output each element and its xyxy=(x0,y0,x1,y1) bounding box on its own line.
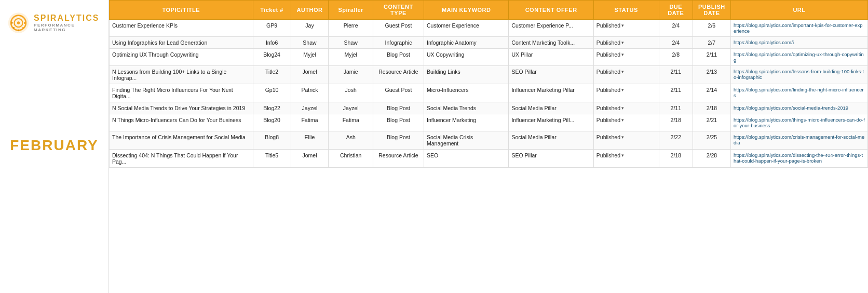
status-dropdown-arrow[interactable]: ▾ xyxy=(621,87,624,92)
cell-spiraller: Jamie xyxy=(329,66,373,84)
cell-status[interactable]: Published▾ xyxy=(593,49,659,66)
cell-publish: 2/11 xyxy=(693,49,730,66)
cell-spiraller: Fatima xyxy=(329,114,373,131)
cell-topic: Customer Experience KPIs xyxy=(110,20,253,37)
cell-topic: Using Infographics for Lead Generation xyxy=(110,37,253,49)
spiralytics-logo-icon xyxy=(7,10,30,35)
header-publish: PUBLISH DATE xyxy=(693,1,730,20)
cell-ctype: Guest Post xyxy=(373,84,424,102)
cell-ticket: Title2 xyxy=(253,66,291,84)
cell-keyword: Social Media Trends xyxy=(424,102,508,114)
cell-author: Jayzel xyxy=(291,102,329,114)
cell-topic: N Lessons from Building 100+ Links to a … xyxy=(110,66,253,84)
cell-topic: N Social Media Trends to Drive Your Stra… xyxy=(110,102,253,114)
header-ticket: Ticket # xyxy=(253,1,291,20)
cell-topic: Dissecting 404: N Things That Could Happ… xyxy=(110,150,253,168)
cell-spiraller: Ash xyxy=(329,131,373,150)
cell-keyword: Influencer Marketing xyxy=(424,114,508,131)
status-dropdown-arrow[interactable]: ▾ xyxy=(621,52,624,57)
table-row: Customer Experience KPIsGP9JayPierreGues… xyxy=(110,20,868,37)
cell-coffer: Content Marketing Toolk... xyxy=(509,37,593,49)
status-dropdown-arrow[interactable]: ▾ xyxy=(621,117,624,123)
cell-publish: 2/25 xyxy=(693,131,730,150)
cell-keyword: Micro-Influencers xyxy=(424,84,508,102)
status-text: Published xyxy=(596,105,620,111)
cell-url: https://blog.spiralytics.com/things-micr… xyxy=(730,114,867,131)
cell-author: Jomel xyxy=(291,150,329,168)
svg-point-4 xyxy=(24,22,26,24)
cell-publish: 2/14 xyxy=(693,84,730,102)
cell-status[interactable]: Published▾ xyxy=(593,84,659,102)
cell-status[interactable]: Published▾ xyxy=(593,37,659,49)
status-dropdown-arrow[interactable]: ▾ xyxy=(621,40,624,45)
cell-spiraller: Shaw xyxy=(329,37,373,49)
cell-author: Patrick xyxy=(291,84,329,102)
cell-coffer: Influencer Marketing Pill... xyxy=(509,114,593,131)
cell-publish: 2/6 xyxy=(693,20,730,37)
cell-publish: 2/21 xyxy=(693,114,730,131)
logo-text: SPIRALYTICS PERFORMANCE MARKETING xyxy=(34,14,101,32)
cell-publish: 2/7 xyxy=(693,37,730,49)
table-row: N Things Micro-Influencers Can Do for Yo… xyxy=(110,114,868,131)
cell-spiraller: Christian xyxy=(329,150,373,168)
cell-coffer: Customer Experience P... xyxy=(509,20,593,37)
cell-coffer: SEO Pillar xyxy=(509,150,593,168)
cell-ctype: Blog Post xyxy=(373,102,424,114)
cell-due: 2/11 xyxy=(659,84,693,102)
cell-publish: 2/18 xyxy=(693,102,730,114)
table-row: Using Infographics for Lead GenerationIn… xyxy=(110,37,868,49)
cell-coffer: Social Media Pillar xyxy=(509,102,593,114)
cell-keyword: Infographic Anatomy xyxy=(424,37,508,49)
status-text: Published xyxy=(596,87,620,93)
cell-author: Shaw xyxy=(291,37,329,49)
table-row: Optimizing UX Through CopywritingBlog24M… xyxy=(110,49,868,66)
cell-ctype: Blog Post xyxy=(373,49,424,66)
cell-url: https://blog.spiralytics.com/important-k… xyxy=(730,20,867,37)
cell-due: 2/18 xyxy=(659,150,693,168)
status-text: Published xyxy=(596,152,620,158)
cell-keyword: Social Media Crisis Management xyxy=(424,131,508,150)
table-row: The Importance of Crisis Management for … xyxy=(110,131,868,150)
header-topic: TOPIC/TITLE xyxy=(110,1,253,20)
logo-sub-text: PERFORMANCE MARKETING xyxy=(34,23,101,32)
table-row: N Lessons from Building 100+ Links to a … xyxy=(110,66,868,84)
sidebar: SPIRALYTICS PERFORMANCE MARKETING FEBRUA… xyxy=(0,0,109,293)
cell-status[interactable]: Published▾ xyxy=(593,20,659,37)
status-dropdown-arrow[interactable]: ▾ xyxy=(621,69,624,74)
cell-due: 2/11 xyxy=(659,102,693,114)
status-text: Published xyxy=(596,22,620,29)
cell-publish: 2/13 xyxy=(693,66,730,84)
header-ctype: CONTENT TYPE xyxy=(373,1,424,20)
content-table-area: TOPIC/TITLE Ticket # AUTHOR Spiraller CO… xyxy=(109,0,868,293)
status-dropdown-arrow[interactable]: ▾ xyxy=(621,135,624,140)
cell-spiraller: Pierre xyxy=(329,20,373,37)
cell-status[interactable]: Published▾ xyxy=(593,114,659,131)
status-text: Published xyxy=(596,134,620,140)
cell-url: https://blog.spiralytics.com/optimizing-… xyxy=(730,49,867,66)
header-url: URL xyxy=(730,1,867,20)
table-row: N Social Media Trends to Drive Your Stra… xyxy=(110,102,868,114)
cell-due: 2/4 xyxy=(659,37,693,49)
cell-keyword: Customer Experience xyxy=(424,20,508,37)
table-row: Finding The Right Micro Influencers For … xyxy=(110,84,868,102)
cell-topic: Optimizing UX Through Copywriting xyxy=(110,49,253,66)
cell-status[interactable]: Published▾ xyxy=(593,131,659,150)
status-dropdown-arrow[interactable]: ▾ xyxy=(621,105,624,111)
svg-point-5 xyxy=(22,27,24,29)
status-dropdown-arrow[interactable]: ▾ xyxy=(621,153,624,158)
status-dropdown-arrow[interactable]: ▾ xyxy=(621,23,624,28)
header-coffer: CONTENT OFFER xyxy=(509,1,593,20)
table-row: Dissecting 404: N Things That Could Happ… xyxy=(110,150,868,168)
header-status: STATUS xyxy=(593,1,659,20)
cell-status[interactable]: Published▾ xyxy=(593,102,659,114)
cell-spiraller: Myjel xyxy=(329,49,373,66)
cell-ticket: Gp10 xyxy=(253,84,291,102)
cell-author: Jay xyxy=(291,20,329,37)
status-text: Published xyxy=(596,117,620,123)
cell-coffer: Influencer Marketing Pillar xyxy=(509,84,593,102)
table-header-row: TOPIC/TITLE Ticket # AUTHOR Spiraller CO… xyxy=(110,1,868,20)
status-text: Published xyxy=(596,39,620,46)
cell-topic: The Importance of Crisis Management for … xyxy=(110,131,253,150)
cell-status[interactable]: Published▾ xyxy=(593,150,659,168)
cell-status[interactable]: Published▾ xyxy=(593,66,659,84)
